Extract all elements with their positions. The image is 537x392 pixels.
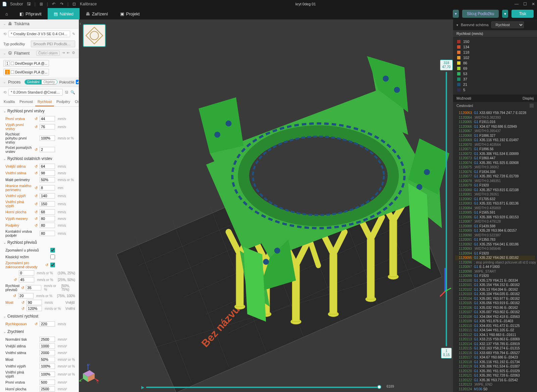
gcode-line[interactable]: 1120117G1 X34.67 Y60.686 E-.03423 (455, 355, 535, 360)
process-preset-select[interactable]: * 0.20mm Standard @Creality Ender3V3S... (8, 89, 63, 96)
gcode-line[interactable]: 1120063G1 X33.683 Y59.794 Z47.7 E.0228 (455, 111, 535, 115)
bridge-outer-input[interactable] (27, 300, 42, 305)
slow-curled-checkbox[interactable] (50, 263, 55, 267)
slow-layers-input[interactable] (40, 147, 55, 152)
reset-icon[interactable]: ↺ (20, 300, 25, 305)
top-surface-input[interactable] (40, 209, 55, 215)
tab-speed[interactable]: Rychlost (35, 98, 54, 106)
new-tab-icon[interactable]: ⊞ (39, 2, 44, 6)
gcode-line[interactable]: 1120069G1 X35.116 Y61.192 E.01497 (455, 138, 535, 143)
reset-icon[interactable]: ↺ (34, 223, 38, 228)
reset-icon[interactable]: ↺ (34, 125, 38, 129)
reset-icon[interactable]: ↺ (34, 117, 38, 121)
tab-other[interactable]: Ostatní (72, 98, 79, 106)
reset-icon[interactable]: ↺ (34, 217, 38, 221)
gcode-line[interactable]: 1120091G1 F1350.783 (455, 237, 535, 242)
gcode-line[interactable]: 1120074G1 X35.391 Y61.925 E.00908 (455, 161, 535, 165)
gcode-line[interactable]: 1120113G1 X33.215 Y59.863 E-.03069 (455, 337, 535, 342)
color-scheme-select[interactable]: Rychlost (491, 21, 524, 28)
gcode-line[interactable]: 1120088G1 F1439.598 (455, 224, 535, 229)
overhang-1-input[interactable] (19, 277, 34, 282)
tab-project[interactable]: ▣Projekt (114, 8, 146, 19)
reset-icon[interactable]: ↺ (34, 194, 38, 198)
horizontal-layer-slider[interactable]: ▶ 6189 (146, 386, 379, 389)
reset-icon[interactable]: ↺ (34, 202, 38, 206)
printer-section-header[interactable]: ⌄ 🖶 Tiskárna (0, 19, 79, 29)
gcode-line[interactable]: 1120107G1 X35.007 Y63.802 E-.00162 (455, 310, 535, 315)
acc-outer-input[interactable] (40, 343, 55, 349)
group-accel[interactable]: Zrychlení (0, 327, 79, 336)
tab-device[interactable]: 🖶Zařízení (80, 8, 114, 19)
travel-toggle[interactable] (530, 104, 534, 108)
gcode-line[interactable]: 1120066G1 X34.67 Y60.686 E.02849 (455, 124, 535, 129)
sync-icon[interactable]: ⟲ (3, 32, 6, 36)
sparse-infill-input[interactable] (40, 193, 55, 199)
minimize-button[interactable]: — (515, 2, 519, 6)
gcode-line[interactable]: 1120067;WIDTH:0.395437 (455, 129, 535, 133)
group-first-layer[interactable]: Rychlost první vrstvy (0, 107, 79, 115)
gcode-line[interactable]: 1120087;WIDTH:0.479128 (455, 219, 535, 224)
export-filament-icon[interactable]: ⇤ (67, 51, 70, 56)
edit-printer-icon[interactable]: ✎ (72, 32, 75, 36)
gcode-line[interactable]: 1120108G1 X34.064 Y62.418 E-.03563 (455, 315, 535, 319)
gcode-line[interactable]: 1120120G1 X35.391 Y61.925 E-.01029 (455, 369, 535, 374)
reset-icon[interactable]: ↺ (34, 171, 38, 175)
bed-type-select[interactable]: Smooth PEI Podložka / High Temp P... (31, 41, 75, 47)
advanced-checkbox[interactable] (76, 80, 79, 84)
gcode-line[interactable]: 1120073G1 F1860.447 (455, 156, 535, 161)
filament-settings-icon[interactable]: ⚙ (72, 51, 75, 56)
flush-volumes-button[interactable]: Čistící objem (36, 51, 60, 56)
gcode-line[interactable]: 1120083G1 X35.331 Y63.871 E.00136 (455, 201, 535, 206)
solid-infill-input[interactable] (40, 201, 55, 207)
sync-icon[interactable]: ⟲ (3, 90, 6, 95)
gcode-line[interactable]: 1120114G1 X32.137 Y58.785 E-.03919 (455, 342, 535, 346)
acc-bridge-input[interactable] (40, 357, 55, 362)
gcode-line[interactable]: 1120101G1 X35.154 Y64.152 E-.00162 (455, 283, 535, 287)
gcode-line[interactable]: 1120070;WIDTH:0.403564 (455, 143, 535, 147)
first-layer-input[interactable] (40, 116, 55, 121)
gcode-line[interactable]: 1120104G1 X35.081 Y63.977 E-.00162 (455, 296, 535, 301)
slow-overhang-checkbox[interactable] (50, 248, 55, 253)
reset-icon[interactable]: ↺ (21, 286, 25, 290)
gcode-line[interactable]: 1120072G1 X35.306 Y61.534 E.00889 (455, 152, 535, 156)
search-icon[interactable]: 🔍 (70, 90, 75, 95)
reset-icon[interactable]: ↺ (34, 210, 38, 214)
gcode-line[interactable]: 1120084;WIDTH:0.435869 (455, 206, 535, 211)
options-section[interactable]: Možnosti Displej (453, 95, 537, 102)
acc-top-input[interactable] (40, 386, 55, 392)
gcode-line[interactable]: 1120105G1 X35.056 Y63.919 E-.00162 (455, 301, 535, 305)
gcode-line[interactable]: 1120089G1 X35.28 Y63.984 E.00157 (455, 228, 535, 233)
menu-calibration[interactable]: Kalibrace (80, 2, 97, 6)
reset-icon[interactable]: ↺ (12, 294, 17, 298)
gcode-line[interactable]: 1120065G1 F1911.016 (455, 120, 535, 124)
first-infill-input[interactable] (40, 124, 55, 129)
gcode-line[interactable]: 1120092G1 X35.255 Y64.041 E.00186 (455, 242, 535, 247)
gcode-line[interactable]: 1120090;WIDTH:0.522387 (455, 233, 535, 238)
classic-mode-checkbox[interactable] (50, 255, 55, 259)
bridge-inner-input[interactable] (27, 306, 42, 311)
tab-quality[interactable]: Kvalita (1, 98, 17, 106)
overhang-3-input[interactable] (18, 293, 34, 298)
filament-section-header[interactable]: ⌄ ⦿ Filament Čistící objem ⇥ ⇤ ⚙ (0, 49, 79, 58)
save-icon[interactable]: 🖫 (27, 2, 31, 6)
gcode-line[interactable]: 1120118G1 X35.116 Y61.192 E-.01734 (455, 360, 535, 365)
acc-solid-input[interactable] (40, 372, 55, 377)
printer-select[interactable]: * Creality Ender-3 V3 SE 0.4 CHT nozzle (8, 31, 70, 37)
gcode-line[interactable]: 1120078;WIDTH:0.349351 (455, 179, 535, 183)
gcode-line[interactable]: 1120077G1 X35.391 Y62.728 E.01709 (455, 174, 535, 179)
import-filament-icon[interactable]: ⇥ (62, 51, 65, 56)
acc-sparse-input[interactable] (40, 363, 55, 369)
support-input[interactable] (40, 223, 55, 228)
acc-inner-input[interactable] (40, 350, 55, 355)
gcode-line[interactable]: 1120095G1 X35.232 Y64.092 E.00182 (455, 256, 535, 260)
home-tab[interactable]: ⌂ (0, 8, 13, 19)
acc-normal-input[interactable] (40, 337, 55, 342)
gcode-line[interactable]: 1120103G1 X35.104 Y64.035 E-.00162 (455, 292, 535, 296)
print-button[interactable]: Tisk (511, 10, 534, 18)
chevron-down-icon[interactable]: ▾ (456, 23, 458, 27)
reset-icon[interactable]: ↺ (13, 278, 17, 282)
gap-fill-input[interactable] (40, 216, 55, 221)
gcode-line[interactable]: 1120071G1 F1896.56 (455, 147, 535, 152)
inner-wall-input[interactable] (40, 170, 55, 176)
gcode-line[interactable]: 1120121G1 X35.391 Y62.728 E-.02063 (455, 373, 535, 378)
